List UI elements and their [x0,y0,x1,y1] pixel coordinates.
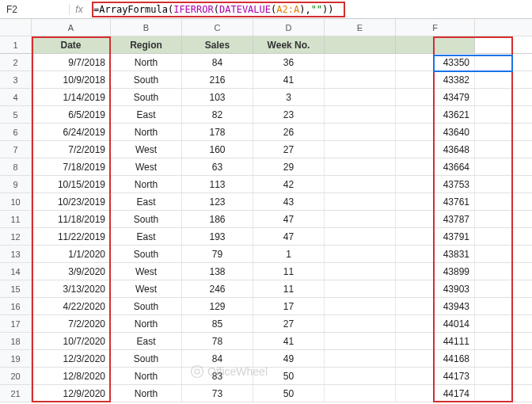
row-header[interactable]: 6 [0,124,32,140]
cell[interactable] [325,385,396,402]
cell[interactable]: 26 [253,124,325,140]
col-header-f[interactable]: F [396,19,475,36]
cell[interactable]: 63 [182,158,253,175]
cell[interactable] [325,193,396,210]
cell[interactable] [325,158,396,175]
cell[interactable]: 9/7/2018 [32,54,111,71]
cell[interactable]: 44014 [396,315,475,332]
cell[interactable] [325,228,396,245]
cell[interactable]: 129 [182,298,253,314]
cell[interactable] [325,315,396,332]
row-header[interactable]: 15 [0,280,32,297]
cell[interactable]: 43943 [396,298,475,314]
header-cell[interactable]: Week No. [253,36,325,53]
cell[interactable]: West [111,263,182,280]
cell[interactable]: 3 [253,89,325,105]
cell[interactable] [325,246,396,262]
cell[interactable]: 44111 [396,333,475,349]
cell[interactable]: South [111,350,182,367]
cell[interactable]: East [111,228,182,245]
cell[interactable]: 27 [253,315,325,332]
cell[interactable]: 7/2/2020 [32,315,111,332]
cell[interactable]: 73 [182,385,253,402]
col-header-a[interactable]: A [32,19,111,36]
cell[interactable] [325,106,396,123]
cell[interactable]: 10/7/2020 [32,333,111,349]
cell[interactable]: 216 [182,71,253,88]
header-cell[interactable]: Date [32,36,111,53]
cell[interactable] [325,350,396,367]
cell[interactable]: 43664 [396,158,475,175]
cell[interactable]: 1/1/2020 [32,246,111,262]
cell[interactable]: 12/8/2020 [32,368,111,384]
cell[interactable]: 11 [253,263,325,280]
cell[interactable]: 44174 [396,385,475,402]
cell[interactable]: 84 [182,54,253,71]
cell[interactable]: 160 [182,141,253,158]
cell[interactable] [396,36,475,53]
cell[interactable]: 43899 [396,263,475,280]
col-header-d[interactable]: D [253,19,325,36]
cell[interactable]: 12/3/2020 [32,350,111,367]
cell[interactable] [325,124,396,140]
cell[interactable]: 186 [182,211,253,227]
cell[interactable]: South [111,89,182,105]
col-header-b[interactable]: B [111,19,182,36]
cell[interactable]: 11 [253,280,325,297]
cell[interactable]: 43791 [396,228,475,245]
cell[interactable]: 10/15/2019 [32,176,111,192]
cell[interactable]: East [111,106,182,123]
cell[interactable]: 43479 [396,89,475,105]
row-header[interactable]: 3 [0,71,32,88]
cell[interactable] [325,211,396,227]
row-header[interactable]: 19 [0,350,32,367]
cell[interactable]: North [111,315,182,332]
cell[interactable]: 43 [253,193,325,210]
cell[interactable]: West [111,158,182,175]
cell[interactable]: North [111,54,182,71]
cell[interactable] [325,36,396,53]
row-header[interactable]: 18 [0,333,32,349]
cell[interactable]: 3/13/2020 [32,280,111,297]
cell[interactable]: 10/23/2019 [32,193,111,210]
cell[interactable]: 50 [253,385,325,402]
cell[interactable] [325,54,396,71]
cell[interactable] [325,298,396,314]
row-header[interactable]: 21 [0,385,32,402]
cell[interactable]: 43903 [396,280,475,297]
cell[interactable] [325,71,396,88]
cell[interactable]: 103 [182,89,253,105]
cell[interactable]: 1/14/2019 [32,89,111,105]
cell[interactable]: South [111,211,182,227]
cell[interactable]: 83 [182,368,253,384]
cell[interactable] [325,89,396,105]
cell[interactable]: 113 [182,176,253,192]
cell[interactable]: South [111,71,182,88]
cell[interactable]: 11/22/2019 [32,228,111,245]
row-header[interactable]: 1 [0,36,32,53]
cell[interactable]: 7/18/2019 [32,158,111,175]
cell[interactable]: East [111,333,182,349]
cell[interactable] [325,368,396,384]
cell[interactable]: North [111,368,182,384]
row-header[interactable]: 7 [0,141,32,158]
cell[interactable]: 11/18/2019 [32,211,111,227]
cell[interactable]: 79 [182,246,253,262]
formula-input[interactable]: =ArrayFormula(IFERROR(DATEVALUE(A2:A),""… [89,4,532,15]
cell[interactable]: 78 [182,333,253,349]
cell[interactable]: 43382 [396,71,475,88]
cell[interactable]: 43621 [396,106,475,123]
col-header-c[interactable]: C [182,19,253,36]
cell[interactable]: West [111,280,182,297]
cell[interactable]: 44173 [396,368,475,384]
cell[interactable] [325,263,396,280]
cell[interactable]: 29 [253,158,325,175]
cell[interactable] [325,176,396,192]
header-cell[interactable]: Region [111,36,182,53]
cell[interactable]: West [111,141,182,158]
cell[interactable]: 27 [253,141,325,158]
row-header[interactable]: 4 [0,89,32,105]
cell[interactable]: North [111,176,182,192]
cell[interactable]: 123 [182,193,253,210]
cell[interactable]: 50 [253,368,325,384]
